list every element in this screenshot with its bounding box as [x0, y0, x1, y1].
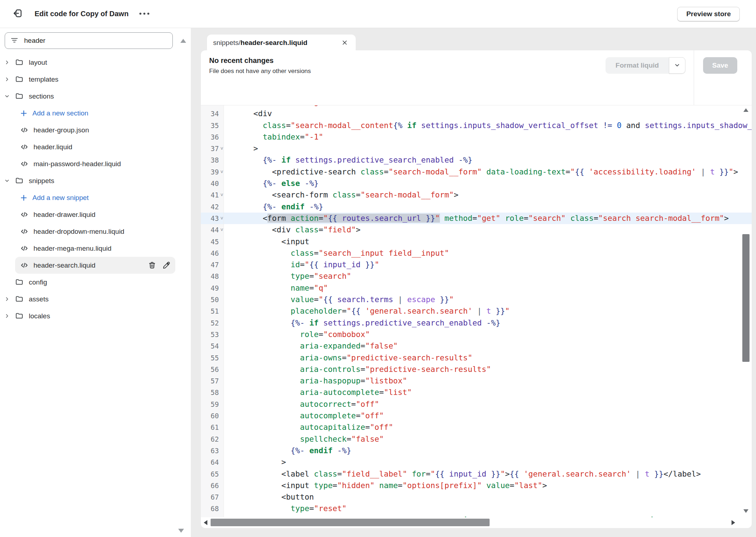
- code-line[interactable]: role="dialog" aria-modal="true": [201, 105, 752, 108]
- code-line[interactable]: 60 autocomplete="off": [201, 410, 752, 422]
- folder-icon: [15, 176, 24, 185]
- code-text: <label class="field__label" for="{{ inpu…: [224, 468, 701, 480]
- code-line[interactable]: 58 aria-autocomplete="list": [201, 387, 752, 398]
- code-text: type="search": [224, 270, 351, 282]
- sidebar-item-sections[interactable]: sections: [0, 88, 191, 105]
- fold-caret-icon[interactable]: v: [220, 227, 223, 232]
- sidebar-item-config[interactable]: config: [0, 274, 191, 291]
- code-line[interactable]: 35 class="search-modal__content{% if set…: [201, 120, 752, 131]
- sidebar-item-assets[interactable]: assets: [0, 291, 191, 308]
- sidebar-item-main-password-header-liquid[interactable]: main-password-header.liquid: [15, 155, 175, 172]
- trash-icon[interactable]: [147, 260, 158, 271]
- code-line[interactable]: 61 autocapitalize="off": [201, 422, 752, 433]
- exit-icon: [12, 8, 23, 20]
- chevron-down-icon[interactable]: [4, 178, 10, 183]
- tab-header-search-liquid[interactable]: snippets/header-search.liquid: [207, 35, 356, 51]
- file-filter-input[interactable]: [23, 36, 167, 45]
- code-line[interactable]: 40 {%- else -%}: [201, 178, 752, 189]
- code-line[interactable]: 48 type="search": [201, 270, 752, 282]
- scroll-up-arrow[interactable]: [743, 108, 748, 112]
- more-actions-button[interactable]: [137, 10, 152, 18]
- vertical-scrollbar-thumb[interactable]: [742, 234, 750, 362]
- format-liquid-button[interactable]: Format liquid: [606, 57, 669, 74]
- code-line[interactable]: 64 >: [201, 456, 752, 468]
- code-line[interactable]: 51 placeholder="{{ 'general.search.searc…: [201, 305, 752, 317]
- code-line[interactable]: 67 <button: [201, 491, 752, 503]
- code-line[interactable]: 62 spellcheck="false": [201, 433, 752, 445]
- scroll-down-arrow[interactable]: [743, 509, 748, 513]
- code-line[interactable]: 59 autocorrect="off": [201, 399, 752, 410]
- close-icon[interactable]: [340, 38, 349, 47]
- sidebar-item-header-search-liquid[interactable]: header-search.liquid: [15, 257, 175, 274]
- chevron-right-icon[interactable]: [4, 313, 10, 319]
- sidebar-item-header-group-json[interactable]: header-group.json: [15, 122, 175, 138]
- fold-caret-icon[interactable]: v: [220, 215, 223, 220]
- save-button[interactable]: Save: [703, 57, 737, 74]
- code-line[interactable]: 63 {%- endif -%}: [201, 445, 752, 456]
- code-line[interactable]: 49 name="q": [201, 282, 752, 294]
- code-line[interactable]: 50 value="{{ search.terms | escape }}": [201, 294, 752, 305]
- scroll-right-arrow[interactable]: [732, 520, 735, 525]
- item-label: Add a new snippet: [32, 194, 89, 202]
- chevron-right-icon[interactable]: [4, 296, 10, 302]
- sidebar-item-locales[interactable]: locales: [0, 308, 191, 324]
- sidebar-item-snippets[interactable]: snippets: [0, 172, 191, 189]
- sidebar-action-add-a-new-snippet[interactable]: Add a new snippet: [15, 189, 175, 206]
- code-text: <button: [224, 491, 314, 503]
- code-line[interactable]: 44v <div class="field">: [201, 224, 752, 236]
- scroll-left-arrow[interactable]: [204, 520, 207, 525]
- code-line[interactable]: 57 aria-haspopup="listbox": [201, 375, 752, 387]
- code-line[interactable]: 42 {%- endif -%}: [201, 201, 752, 213]
- sidebar-action-add-a-new-section[interactable]: Add a new section: [15, 105, 175, 122]
- code-line[interactable]: 52 {%- if settings.predictive_search_ena…: [201, 317, 752, 329]
- sidebar-item-header-liquid[interactable]: header.liquid: [15, 138, 175, 155]
- fold-caret-icon[interactable]: v: [220, 192, 223, 197]
- code-line[interactable]: 41v <search-form class="search-modal__fo…: [201, 189, 752, 201]
- pencil-icon[interactable]: [161, 260, 172, 271]
- line-number: 53: [201, 329, 224, 340]
- fold-caret-icon[interactable]: v: [220, 146, 223, 150]
- sidebar-item-header-drawer-liquid[interactable]: header-drawer.liquid: [15, 206, 175, 223]
- line-number: 39v: [201, 166, 224, 178]
- code-line[interactable]: 34 <div: [201, 108, 752, 119]
- code-line[interactable]: 36 tabindex="-1": [201, 131, 752, 143]
- line-number: 65: [201, 468, 224, 480]
- exit-editor-button[interactable]: [11, 6, 24, 21]
- sidebar-item-templates[interactable]: templates: [0, 71, 191, 88]
- code-line[interactable]: 47 id="{{ input_id }}": [201, 259, 752, 270]
- fold-caret-icon[interactable]: v: [220, 169, 223, 174]
- format-liquid-dropdown-button[interactable]: [669, 57, 685, 74]
- code-line[interactable]: 56 aria-controls="predictive-search-resu…: [201, 364, 752, 375]
- sidebar-item-layout[interactable]: layout: [0, 54, 191, 71]
- chevron-right-icon[interactable]: [4, 77, 10, 82]
- sidebar-scroll-down-arrow[interactable]: [178, 529, 184, 533]
- code-line[interactable]: 37v >: [201, 143, 752, 154]
- chevron-right-icon[interactable]: [4, 60, 10, 65]
- line-number: 61: [201, 422, 224, 433]
- sidebar-item-header-mega-menu-liquid[interactable]: header-mega-menu.liquid: [15, 240, 175, 257]
- code-editor[interactable]: role="dialog" aria-modal="true"34 <div35…: [201, 105, 752, 528]
- code-line[interactable]: 53 role="combobox": [201, 329, 752, 340]
- preview-store-button[interactable]: Preview store: [677, 7, 740, 21]
- code-line[interactable]: 65 <label class="field__label" for="{{ i…: [201, 468, 752, 480]
- horizontal-scrollbar-thumb[interactable]: [211, 519, 490, 526]
- line-number: 48: [201, 270, 224, 282]
- code-line[interactable]: 55 aria-owns="predictive-search-results": [201, 352, 752, 364]
- code-line[interactable]: 66 <input type="hidden" name="options[pr…: [201, 480, 752, 491]
- code-line[interactable]: 39v <predictive-search class="search-mod…: [201, 166, 752, 178]
- code-line[interactable]: 68 type="reset": [201, 503, 752, 514]
- code-line[interactable]: 46 class="search__input field__input": [201, 247, 752, 259]
- line-number: 34: [201, 108, 224, 119]
- sidebar-scroll-up-arrow[interactable]: [180, 39, 186, 43]
- code-text: id="{{ input_id }}": [224, 259, 379, 270]
- code-line[interactable]: 54 aria-expanded="false": [201, 340, 752, 352]
- code-line[interactable]: 38 {%- if settings.predictive_search_ena…: [201, 154, 752, 166]
- line-number: 55: [201, 352, 224, 364]
- line-number: 42: [201, 201, 224, 213]
- chevron-down-icon[interactable]: [4, 94, 10, 99]
- code-line[interactable]: 45 <input: [201, 236, 752, 247]
- line-number: 46: [201, 247, 224, 259]
- sidebar-item-header-dropdown-menu-liquid[interactable]: header-dropdown-menu.liquid: [15, 223, 175, 240]
- code-file-icon: [20, 126, 29, 135]
- code-line-active[interactable]: 43v <form action="{{ routes.search_url }…: [201, 213, 752, 224]
